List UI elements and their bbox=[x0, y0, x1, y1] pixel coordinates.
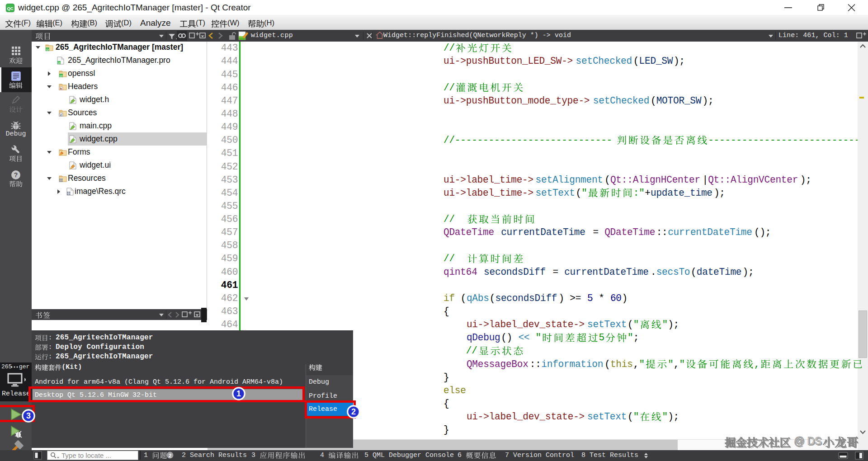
svg-text:1: 1 bbox=[236, 389, 241, 398]
svg-text:Qt: Qt bbox=[58, 61, 61, 64]
svg-text:2: 2 bbox=[169, 453, 171, 458]
svg-text:2: 2 bbox=[351, 407, 356, 416]
svg-text:?: ? bbox=[14, 171, 18, 179]
svg-text:h: h bbox=[60, 87, 62, 90]
svg-text:Qt: Qt bbox=[46, 48, 49, 51]
svg-text:Qt: Qt bbox=[60, 74, 63, 77]
svg-text:c: c bbox=[60, 113, 62, 117]
svg-text:QC: QC bbox=[7, 6, 13, 11]
svg-text:3: 3 bbox=[26, 411, 31, 420]
